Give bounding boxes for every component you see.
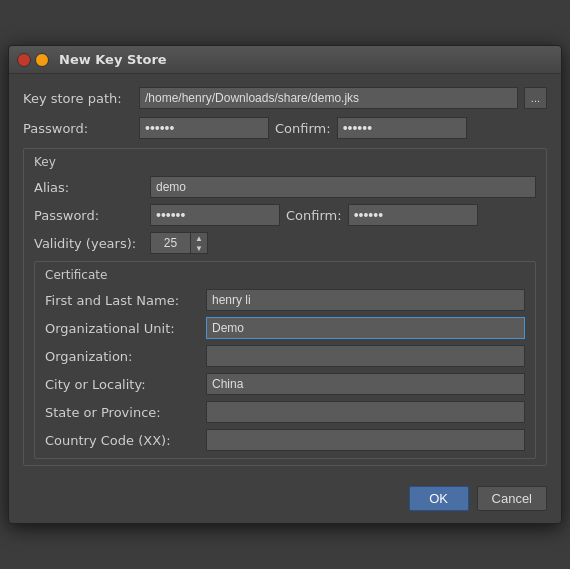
cancel-button[interactable]: Cancel [477,486,547,511]
key-password-row: Password: Confirm: [34,203,536,227]
close-button[interactable] [17,53,31,67]
keystore-path-input[interactable] [139,87,518,109]
keystore-confirm-label: Confirm: [275,121,331,136]
spinner-down[interactable]: ▼ [191,243,207,253]
spinner-up[interactable]: ▲ [191,233,207,243]
dialog-footer: OK Cancel [9,478,561,523]
dialog-title: New Key Store [59,52,167,67]
org-row: Organization: [45,344,525,368]
alias-row: Alias: [34,175,536,199]
city-row: City or Locality: [45,372,525,396]
keystore-password-input[interactable] [139,117,269,139]
key-confirm-wrap: Confirm: [286,204,536,226]
org-unit-row: Organizational Unit: [45,316,525,340]
key-section-label: Key [34,155,536,169]
org-unit-input[interactable] [206,317,525,339]
keystore-password-label: Password: [23,121,133,136]
country-label: Country Code (XX): [45,433,200,448]
state-row: State or Province: [45,400,525,424]
key-section: Key Alias: Password: Confirm: Validity (… [23,148,547,466]
validity-input[interactable] [150,232,190,254]
state-input[interactable] [206,401,525,423]
first-last-row: First and Last Name: [45,288,525,312]
org-label: Organization: [45,349,200,364]
state-label: State or Province: [45,405,200,420]
title-bar-buttons [17,53,49,67]
certificate-label: Certificate [45,268,525,282]
org-input[interactable] [206,345,525,367]
keystore-confirm-wrap: Confirm: [275,117,547,139]
city-label: City or Locality: [45,377,200,392]
key-password-label: Password: [34,208,144,223]
alias-label: Alias: [34,180,144,195]
key-confirm-label: Confirm: [286,208,342,223]
city-input[interactable] [206,373,525,395]
country-row: Country Code (XX): [45,428,525,452]
title-bar: New Key Store [9,46,561,74]
browse-button[interactable]: ... [524,87,547,109]
alias-input[interactable] [150,176,536,198]
keystore-path-row: Key store path: ... [23,86,547,110]
validity-label: Validity (years): [34,236,144,251]
org-unit-label: Organizational Unit: [45,321,200,336]
minimize-button[interactable] [35,53,49,67]
first-last-input[interactable] [206,289,525,311]
country-input[interactable] [206,429,525,451]
validity-row: Validity (years): ▲ ▼ [34,231,536,255]
keystore-confirm-input[interactable] [337,117,467,139]
spinner-arrows: ▲ ▼ [190,232,208,254]
keystore-path-label: Key store path: [23,91,133,106]
keystore-password-row: Password: Confirm: [23,116,547,140]
key-password-input[interactable] [150,204,280,226]
validity-spinner: ▲ ▼ [150,232,208,254]
first-last-label: First and Last Name: [45,293,200,308]
certificate-section: Certificate First and Last Name: Organiz… [34,261,536,459]
key-confirm-input[interactable] [348,204,478,226]
dialog-body: Key store path: ... Password: Confirm: K… [9,74,561,478]
ok-button[interactable]: OK [409,486,469,511]
dialog: New Key Store Key store path: ... Passwo… [8,45,562,524]
